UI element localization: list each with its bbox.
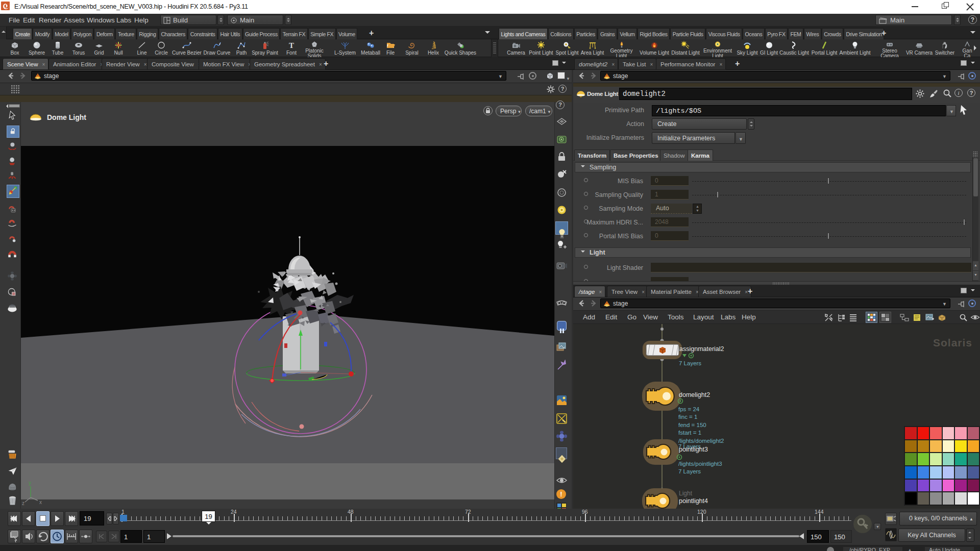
svg-text:x: x <box>39 499 42 505</box>
svg-text:z: z <box>22 500 24 506</box>
svg-text:T: T <box>289 41 294 49</box>
svg-text:y: y <box>29 480 31 486</box>
